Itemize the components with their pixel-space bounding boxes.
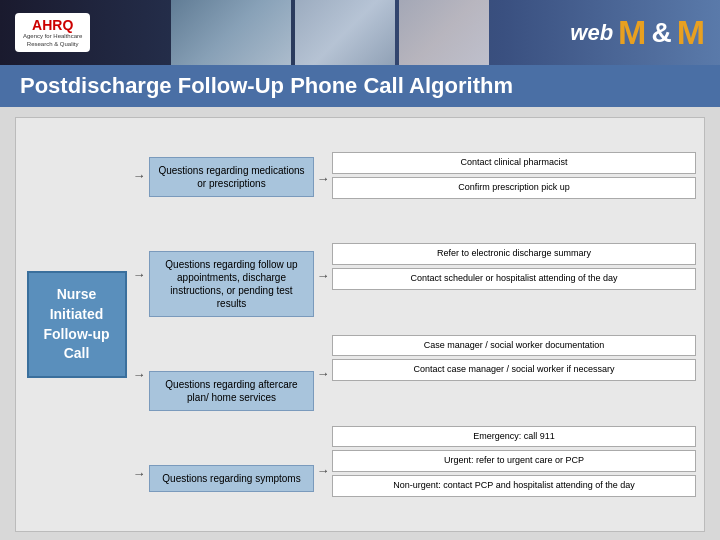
- header-branding: web M&M: [570, 13, 705, 52]
- answer-2a: Refer to electronic discharge summary: [332, 243, 696, 265]
- nurse-line4: Call: [64, 345, 90, 361]
- answer-4c: Non-urgent: contact PCP and hospitalist …: [332, 475, 696, 497]
- mid-arrow-1: →: [317, 171, 330, 186]
- main-content: Nurse Initiated Follow-up Call → → → → Q…: [0, 107, 720, 540]
- header-image-2: [295, 0, 395, 65]
- logo-subtitle: Agency for HealthcareResearch & Quality: [23, 33, 82, 47]
- answer-1a: Contact clinical pharmacist: [332, 152, 696, 174]
- mid-arrow-3: →: [317, 366, 330, 381]
- header-image-3: [399, 0, 489, 65]
- mm-label2: M: [677, 13, 705, 52]
- ahrq-logo: AHRQ Agency for HealthcareResearch & Qua…: [15, 13, 90, 51]
- web-label: web: [570, 20, 613, 46]
- question-box-3: Questions regarding aftercare plan/ home…: [149, 371, 314, 411]
- arrow-3: →: [133, 367, 146, 382]
- answer-group-3: Case manager / social worker documentati…: [332, 335, 696, 381]
- answer-4b: Urgent: refer to urgent care or PCP: [332, 450, 696, 472]
- answer-group-2: Refer to electronic discharge summary Co…: [332, 243, 696, 289]
- nurse-line3: Follow-up: [43, 326, 109, 342]
- answer-group-1: Contact clinical pharmacist Confirm pres…: [332, 152, 696, 198]
- nurse-line1: Nurse: [57, 286, 97, 302]
- question-box-2: Questions regarding follow up appointmen…: [149, 251, 314, 317]
- mid-arrow-4: →: [317, 463, 330, 478]
- answer-3a: Case manager / social worker documentati…: [332, 335, 696, 357]
- page-title: Postdischarge Follow-Up Phone Call Algor…: [20, 73, 700, 99]
- arrow-1: →: [133, 168, 146, 183]
- header: AHRQ Agency for HealthcareResearch & Qua…: [0, 0, 720, 65]
- mid-arrows: → → → →: [314, 126, 332, 523]
- nurse-column: Nurse Initiated Follow-up Call: [24, 126, 129, 523]
- answers-column: Contact clinical pharmacist Confirm pres…: [332, 126, 696, 523]
- header-images: [171, 0, 489, 65]
- amp-label: &: [651, 17, 671, 49]
- diagram-container: Nurse Initiated Follow-up Call → → → → Q…: [15, 117, 705, 532]
- question-box-1: Questions regarding medications or presc…: [149, 157, 314, 197]
- answer-3b: Contact case manager / social worker if …: [332, 359, 696, 381]
- nurse-box: Nurse Initiated Follow-up Call: [27, 271, 127, 377]
- logo-ahrq-text: AHRQ: [32, 17, 73, 33]
- answer-group-4: Emergency: call 911 Urgent: refer to urg…: [332, 426, 696, 497]
- mm-label: M: [618, 13, 646, 52]
- mid-arrow-2: →: [317, 268, 330, 283]
- arrow-2: →: [133, 267, 146, 282]
- question-box-4: Questions regarding symptoms: [149, 465, 314, 492]
- arrow-4: →: [133, 466, 146, 481]
- answer-4a: Emergency: call 911: [332, 426, 696, 448]
- header-image-1: [171, 0, 291, 65]
- questions-column: Questions regarding medications or presc…: [149, 126, 314, 523]
- nurse-line2: Initiated: [50, 306, 104, 322]
- answer-1b: Confirm prescription pick up: [332, 177, 696, 199]
- full-diagram: Nurse Initiated Follow-up Call → → → → Q…: [24, 126, 696, 523]
- nurse-arrows: → → → →: [129, 126, 149, 523]
- answer-2b: Contact scheduler or hospitalist attendi…: [332, 268, 696, 290]
- title-bar: Postdischarge Follow-Up Phone Call Algor…: [0, 65, 720, 107]
